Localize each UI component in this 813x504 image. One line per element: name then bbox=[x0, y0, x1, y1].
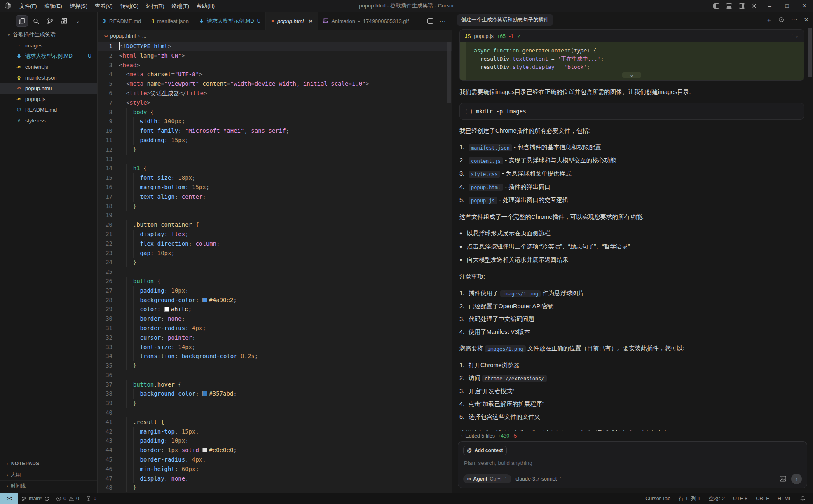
diff-expander[interactable]: ⌄ bbox=[460, 71, 804, 80]
line-number: 35 bbox=[98, 361, 119, 370]
search-icon[interactable] bbox=[30, 15, 42, 27]
line-number: 2 bbox=[98, 51, 119, 61]
breadcrumb-file[interactable]: popup.html bbox=[110, 33, 136, 39]
explorer-icon[interactable] bbox=[16, 15, 28, 27]
minimize-button[interactable]: – bbox=[761, 0, 778, 12]
chat-more-icon[interactable]: ⋯ bbox=[791, 16, 797, 23]
tree-item-README.md[interactable]: ⓘREADME.md bbox=[0, 104, 97, 115]
chat-header: 创建一个生成冷笑话和励志句子的插件 ＋ ⋯ ✕ bbox=[452, 12, 813, 28]
list-marker: 2. bbox=[459, 155, 465, 166]
chat-input[interactable]: Plan, search, build anything bbox=[464, 460, 801, 466]
chat-paragraph: 您需要将 images/1.png 文件放在正确的位置（目前已有）。要安装此插件… bbox=[459, 343, 804, 354]
tree-item-popup.html[interactable]: <>popup.html bbox=[0, 83, 97, 94]
editor-more-actions-icon[interactable]: ⋯ bbox=[439, 17, 446, 25]
tab-README.md[interactable]: ⓘREADME.md bbox=[98, 12, 146, 30]
tree-item-manifest.json[interactable]: {}manifest.json bbox=[0, 72, 97, 83]
toggle-bottom-panel-icon[interactable] bbox=[726, 3, 732, 9]
notifications-bell-icon[interactable] bbox=[796, 493, 810, 504]
attach-image-icon[interactable] bbox=[780, 476, 786, 482]
code-line-23: 23 gap: 10px; bbox=[98, 248, 452, 258]
menu-文件(F)[interactable]: 文件(F) bbox=[16, 2, 41, 10]
chat-close-icon[interactable]: ✕ bbox=[804, 16, 809, 23]
problems-item[interactable]: 0 0 bbox=[53, 493, 82, 504]
expand-collapse-icon[interactable]: ⌃ ⌄ bbox=[790, 34, 799, 38]
remote-indicator[interactable]: >< bbox=[0, 493, 18, 504]
code-line-19: 19 bbox=[98, 211, 452, 220]
menu-运行(R)[interactable]: 运行(R) bbox=[142, 2, 168, 10]
menu-编辑(E)[interactable]: 编辑(E) bbox=[41, 2, 66, 10]
editor-scrollbar[interactable] bbox=[447, 42, 451, 491]
line-number: 18 bbox=[98, 202, 119, 211]
status-行 1, 列 1[interactable]: 行 1, 列 1 bbox=[675, 493, 705, 504]
menu-选择(S)[interactable]: 选择(S) bbox=[66, 2, 91, 10]
add-context-button[interactable]: @ Add context bbox=[463, 446, 507, 455]
new-chat-icon[interactable]: ＋ bbox=[766, 16, 772, 24]
tree-item-label: images bbox=[25, 42, 42, 49]
close-button[interactable]: ✕ bbox=[796, 0, 813, 12]
terminal-command-card[interactable]: mkdir -p images bbox=[459, 103, 804, 120]
status-Cursor Tab[interactable]: Cursor Tab bbox=[641, 493, 675, 504]
history-icon[interactable] bbox=[778, 17, 784, 23]
chevron-down-icon[interactable]: ⌄ bbox=[622, 72, 641, 78]
text: 我们需要确保images目录已经在正确的位置并包含所需的图像。让我们创建imag… bbox=[459, 89, 691, 95]
status-HTML[interactable]: HTML bbox=[773, 493, 796, 504]
extensions-icon[interactable] bbox=[58, 15, 70, 27]
infinity-icon: ∞ bbox=[467, 476, 471, 482]
tree-item-style.css[interactable]: #style.css bbox=[0, 115, 97, 126]
breadcrumb-separator-icon: › bbox=[138, 34, 139, 38]
list-marker: 2. bbox=[459, 373, 465, 383]
list-marker: ● bbox=[459, 254, 464, 265]
menu-帮助(H)[interactable]: 帮助(H) bbox=[193, 2, 218, 10]
tab-close-icon[interactable]: ✕ bbox=[308, 18, 313, 24]
js-file-icon: JS bbox=[16, 65, 22, 69]
send-button[interactable]: ↑ bbox=[791, 474, 802, 484]
tab-Animation_-_1749000605313.gif[interactable]: Animation_-_1749000605313.gif bbox=[318, 12, 414, 30]
toggle-left-sidebar-icon[interactable] bbox=[713, 3, 719, 9]
edited-files-row[interactable]: › Edited 5 files +430 -5 bbox=[458, 431, 807, 441]
split-editor-icon[interactable] bbox=[427, 18, 433, 24]
toggle-right-sidebar-icon[interactable] bbox=[739, 3, 745, 9]
text: 开启“开发者模式” bbox=[469, 388, 514, 394]
sidebar-section-时间线[interactable]: ›时间线 bbox=[0, 480, 97, 491]
tab-请求大模型示例.MD[interactable]: 请求大模型示例.MDU bbox=[194, 12, 266, 30]
tree-item-images[interactable]: ›images bbox=[0, 40, 97, 51]
sidebar-section-NOTEPADS[interactable]: ›NOTEPADS bbox=[0, 458, 97, 469]
status-空格: 2[interactable]: 空格: 2 bbox=[705, 493, 729, 504]
tab-manifest.json[interactable]: {}manifest.json bbox=[146, 12, 194, 30]
menu-终端(T)[interactable]: 终端(T) bbox=[168, 2, 193, 10]
tree-item-请求大模型示例.MD[interactable]: 请求大模型示例.MDU bbox=[0, 51, 97, 61]
chat-title[interactable]: 创建一个生成冷笑话和励志句子的插件 bbox=[457, 14, 553, 26]
chat-input-box[interactable]: @ Add context Plan, search, build anythi… bbox=[458, 441, 807, 488]
breadcrumb-rest[interactable]: ... bbox=[142, 33, 146, 39]
text: 已经配置了OpenRouter API密钥 bbox=[469, 303, 554, 309]
git-branch-item[interactable]: main* bbox=[18, 493, 53, 504]
diff-card-header[interactable]: JSpopup.js+65-1✓⌃ ⌄ bbox=[460, 30, 804, 42]
tree-item-label: README.md bbox=[25, 107, 57, 113]
chat-scrollbar[interactable] bbox=[808, 28, 812, 493]
code-diff-card[interactable]: JSpopup.js+65-1✓⌃ ⌄async function genera… bbox=[459, 29, 804, 81]
ports-item[interactable]: 0 bbox=[82, 493, 100, 504]
tab-bar: ⓘREADME.md{}manifest.json请求大模型示例.MDU<>po… bbox=[98, 12, 452, 30]
tab-popup.html[interactable]: <>popup.html✕ bbox=[266, 12, 318, 30]
code-editor[interactable]: 1<!DOCTYPE html>2<html lang="zh-CN">3<he… bbox=[98, 42, 452, 493]
status-CRLF[interactable]: CRLF bbox=[752, 493, 773, 504]
tree-root-folder[interactable]: ∨ 谷歌插件生成笑话 bbox=[0, 29, 97, 40]
source-control-icon[interactable] bbox=[44, 15, 56, 27]
settings-gear-icon[interactable] bbox=[751, 3, 757, 9]
inline-code-file: popup.html bbox=[469, 184, 503, 191]
menu-查看(V)[interactable]: 查看(V) bbox=[91, 2, 116, 10]
sidebar-section-大纲[interactable]: ›大纲 bbox=[0, 469, 97, 480]
agent-mode-selector[interactable]: ∞ Agent Ctrl+I ⌃ bbox=[463, 474, 511, 483]
line-number: 14 bbox=[98, 164, 119, 173]
status-UTF-8[interactable]: UTF-8 bbox=[729, 493, 752, 504]
text: 使用了Manifest V3版本 bbox=[469, 328, 530, 335]
diff-code-line: resultDiv.textContent = '正在生成中...'; bbox=[460, 55, 804, 63]
model-selector[interactable]: claude-3.7-sonnet ⌃ bbox=[515, 476, 562, 482]
activity-more-chevron-icon[interactable]: ⌄ bbox=[72, 15, 84, 27]
menu-转到(G)[interactable]: 转到(G) bbox=[117, 2, 143, 10]
tree-item-content.js[interactable]: JScontent.js bbox=[0, 61, 97, 72]
breadcrumb[interactable]: <> popup.html › ... bbox=[98, 30, 452, 42]
code-line-39: 39 } bbox=[98, 399, 452, 408]
tree-item-popup.js[interactable]: JSpopup.js bbox=[0, 94, 97, 104]
maximize-button[interactable]: □ bbox=[778, 0, 796, 12]
